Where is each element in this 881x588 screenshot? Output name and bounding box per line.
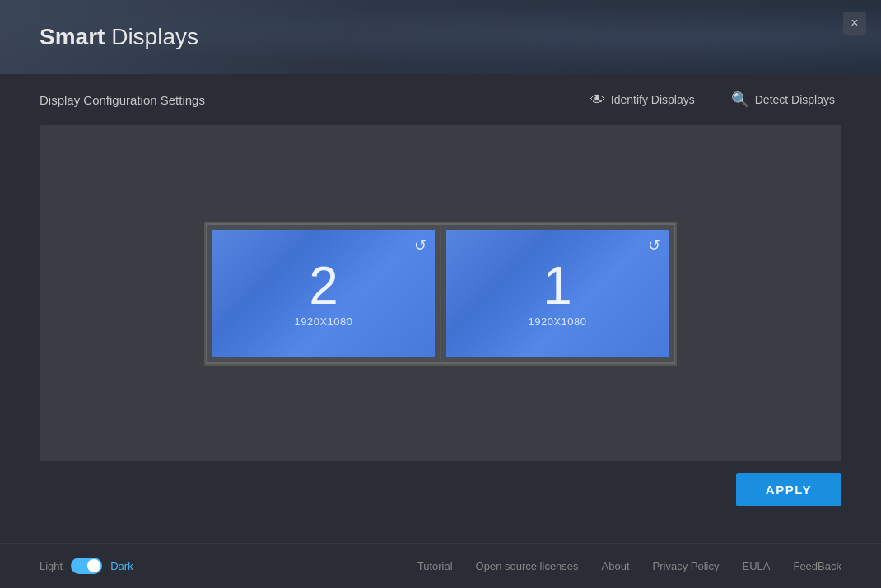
theme-light-label: Light xyxy=(40,560,63,572)
footer: Light Dark Tutorial Open source licenses… xyxy=(0,543,881,588)
monitor-2-screen: ↺ 2 1920X1080 xyxy=(212,230,435,357)
detect-displays-label: Detect Displays xyxy=(755,93,835,106)
eye-icon: 👁 xyxy=(590,92,605,107)
rotate-icon-2: ↺ xyxy=(414,236,427,254)
about-link[interactable]: About xyxy=(602,560,630,572)
rotate-icon-1: ↺ xyxy=(648,236,660,254)
app-title-bold: Smart xyxy=(40,24,105,49)
monitor-2-number: 2 xyxy=(309,259,338,312)
apply-button[interactable]: APPLY xyxy=(736,473,841,506)
identify-displays-button[interactable]: 👁 Identify Displays xyxy=(584,89,702,110)
tutorial-link[interactable]: Tutorial xyxy=(417,560,453,572)
identify-displays-label: Identify Displays xyxy=(611,93,695,106)
theme-toggle-track[interactable] xyxy=(71,558,102,574)
config-actions: 👁 Identify Displays 🔍 Detect Displays xyxy=(584,89,841,110)
monitors-container: ↺ 2 1920X1080 ↺ 1 1920X1080 xyxy=(204,222,677,366)
open-source-link[interactable]: Open source licenses xyxy=(476,560,579,572)
footer-links: Tutorial Open source licenses About Priv… xyxy=(417,560,841,572)
detect-displays-button[interactable]: 🔍 Detect Displays xyxy=(725,89,841,110)
theme-dark-label: Dark xyxy=(110,560,133,572)
monitor-1-number: 1 xyxy=(543,259,572,312)
privacy-policy-link[interactable]: Privacy Policy xyxy=(653,560,720,572)
search-icon: 🔍 xyxy=(731,92,749,107)
app-title-rest: Displays xyxy=(105,24,198,49)
app-header: Smart Displays × xyxy=(0,0,881,74)
monitor-2-resolution: 1920X1080 xyxy=(294,315,352,328)
display-canvas: ↺ 2 1920X1080 ↺ 1 1920X1080 xyxy=(40,125,841,461)
app-title: Smart Displays xyxy=(40,24,198,50)
monitor-1-screen: ↺ 1 1920X1080 xyxy=(446,230,669,357)
eula-link[interactable]: EULA xyxy=(742,560,770,572)
theme-toggle: Light Dark xyxy=(40,558,133,574)
config-title: Display Configuration Settings xyxy=(40,93,205,107)
monitor-1-resolution: 1920X1080 xyxy=(528,315,586,328)
config-bar: Display Configuration Settings 👁 Identif… xyxy=(0,74,881,125)
close-button[interactable]: × xyxy=(843,12,866,35)
apply-area: APPLY xyxy=(0,461,881,518)
feedback-link[interactable]: FeedBack xyxy=(793,560,841,572)
monitor-1-wrapper[interactable]: ↺ 1 1920X1080 xyxy=(440,223,675,364)
theme-toggle-thumb xyxy=(87,559,100,572)
monitor-2-wrapper[interactable]: ↺ 2 1920X1080 xyxy=(206,223,440,364)
